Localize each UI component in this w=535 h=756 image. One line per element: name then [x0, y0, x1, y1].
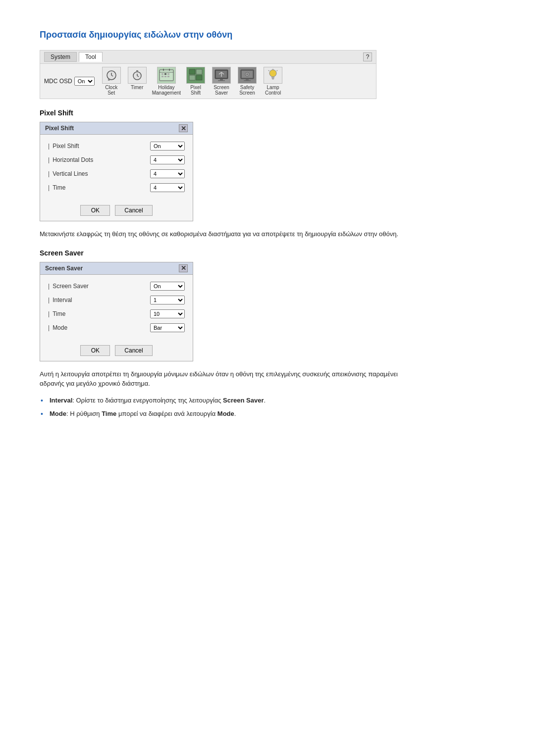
pixel-shift-icon — [186, 67, 205, 84]
pixel-shift-row-3: Time 4123 — [48, 183, 185, 192]
pixel-shift-cancel-button[interactable]: Cancel — [115, 205, 152, 216]
svg-rect-35 — [272, 79, 274, 80]
toolbar-icon-holiday[interactable]: Holiday Management — [152, 67, 181, 96]
svg-rect-12 — [161, 76, 163, 77]
timer-icon — [128, 67, 147, 84]
toolbar-help-button[interactable]: ? — [363, 52, 372, 61]
screen-saver-close-button[interactable]: ✕ — [179, 264, 188, 272]
pixel-shift-dialog: Pixel Shift ✕ Pixel Shift OnOff Horizont… — [40, 122, 193, 221]
pixel-shift-select-2[interactable]: 4123 — [150, 169, 185, 178]
bullet-interval-bold1: Interval — [50, 397, 72, 404]
svg-rect-17 — [189, 69, 195, 74]
screen-saver-select-1[interactable]: 12510 — [150, 296, 185, 304]
svg-rect-24 — [218, 80, 225, 81]
mdc-osd-control: MDC OSD On Off — [44, 77, 95, 86]
pixel-shift-row-2: Vertical Lines 4123 — [48, 169, 185, 178]
svg-rect-13 — [164, 76, 166, 77]
lamp-control-label-line2: Control — [265, 90, 281, 96]
tab-system[interactable]: System — [44, 52, 77, 62]
screen-saver-cancel-button[interactable]: Cancel — [115, 345, 152, 356]
toolbar-icon-clock-set[interactable]: Clock Set — [101, 67, 122, 96]
bullet-interval-text1: : Ορίστε το διάστημα ενεργοποίησης της λ… — [72, 397, 223, 404]
screen-saver-label-line2: Saver — [215, 90, 228, 96]
screen-saver-select-2[interactable]: 1051530 — [150, 309, 185, 318]
pixel-shift-label-line1: Pixel — [190, 85, 201, 90]
pixel-shift-dialog-footer: OK Cancel — [40, 201, 193, 221]
pixel-shift-label-3: Time — [48, 184, 150, 191]
screen-saver-label-1: Interval — [48, 297, 150, 303]
svg-rect-19 — [189, 75, 195, 80]
svg-line-38 — [277, 70, 278, 71]
safety-screen-label-line2: Screen — [239, 90, 255, 96]
screen-saver-row-2: Time 1051530 — [48, 309, 185, 318]
svg-rect-28 — [246, 79, 249, 80]
screen-saver-select-3[interactable]: BarEraserPixel — [150, 323, 185, 332]
toolbar-body: MDC OSD On Off Clock Set — [40, 64, 376, 99]
svg-rect-23 — [220, 79, 223, 80]
screen-saver-ok-button[interactable]: OK — [80, 345, 110, 356]
pixel-shift-description: Μετακινήστε ελαφρώς τη θέση της οθόνης σ… — [40, 229, 411, 239]
pixel-shift-row-0: Pixel Shift OnOff — [48, 142, 185, 151]
svg-rect-20 — [196, 75, 202, 80]
clock-set-label-line1: Clock — [105, 85, 117, 90]
pixel-shift-row-1: Horizontal Dots 4123 — [48, 155, 185, 164]
svg-rect-33 — [271, 77, 274, 78]
bullet-mode-bold3: Mode — [217, 410, 234, 417]
toolbar-tabs: System Tool — [44, 52, 103, 62]
clock-set-label-line2: Set — [107, 90, 115, 96]
pixel-shift-label-line2: Shift — [191, 90, 201, 96]
pixel-shift-select-0[interactable]: OnOff — [150, 142, 185, 151]
lamp-control-icon — [264, 67, 282, 84]
timer-label: Timer — [131, 85, 143, 90]
bullet-mode-bold1: Mode — [50, 410, 66, 417]
pixel-shift-dialog-body: Pixel Shift OnOff Horizontal Dots 4123 V… — [40, 135, 193, 201]
tab-tool[interactable]: Tool — [79, 52, 103, 62]
pixel-shift-label-2: Vertical Lines — [48, 170, 150, 177]
bullet-item-interval: Interval: Ορίστε το διάστημα ενεργοποίησ… — [40, 396, 411, 405]
toolbar-icon-safety-screen[interactable]: Safety Screen — [236, 67, 258, 96]
svg-rect-18 — [196, 69, 202, 74]
svg-rect-14 — [167, 76, 169, 77]
svg-rect-34 — [272, 78, 274, 79]
screen-saver-section-title: Screen Saver — [40, 249, 495, 257]
holiday-label-line1: Holiday — [158, 85, 174, 90]
toolbar-icon-screen-saver[interactable]: Screen Saver — [211, 67, 232, 96]
bullet-item-mode: Mode: Η ρύθμιση Time μπορεί να διαφέρει … — [40, 409, 411, 419]
safety-screen-label-line1: Safety — [240, 85, 254, 90]
page-title: Προστασία δημιουργίας ειδώλων στην οθόνη — [40, 30, 495, 40]
toolbar-icon-pixel-shift[interactable]: Pixel Shift — [185, 67, 207, 96]
screen-saver-icon — [212, 67, 231, 84]
screen-saver-select-0[interactable]: OnOff — [150, 282, 185, 291]
screen-saver-row-3: Mode BarEraserPixel — [48, 323, 185, 332]
mdc-osd-label: MDC OSD — [44, 78, 72, 85]
pixel-shift-select-3[interactable]: 4123 — [150, 183, 185, 192]
svg-point-32 — [269, 70, 276, 77]
pixel-shift-close-button[interactable]: ✕ — [179, 124, 188, 132]
pixel-shift-label-0: Pixel Shift — [48, 143, 150, 150]
svg-rect-10 — [164, 73, 166, 75]
toolbar-icon-lamp-control[interactable]: Lamp Control — [262, 67, 284, 96]
screen-saver-label-2: Time — [48, 310, 150, 317]
pixel-shift-dialog-title: Pixel Shift — [45, 125, 74, 132]
toolbar-icons: Clock Set Timer — [101, 67, 284, 96]
screen-saver-dialog-body: Screen Saver OnOff Interval 12510 Time 1… — [40, 275, 193, 341]
pixel-shift-section-title: Pixel Shift — [40, 109, 495, 117]
screen-saver-dialog-header: Screen Saver ✕ — [40, 262, 193, 275]
screen-saver-label-line1: Screen — [214, 85, 229, 90]
bullet-interval-end: . — [264, 397, 266, 404]
bullet-mode-end: . — [234, 410, 236, 417]
screen-saver-dialog: Screen Saver ✕ Screen Saver OnOff Interv… — [40, 262, 193, 361]
pixel-shift-ok-button[interactable]: OK — [80, 205, 110, 216]
mdc-osd-select[interactable]: On Off — [74, 77, 95, 86]
toolbar-icon-timer[interactable]: Timer — [126, 67, 148, 90]
toolbar-top: System Tool ? — [40, 50, 376, 64]
svg-rect-9 — [161, 73, 163, 75]
screen-saver-description: Αυτή η λειτουργία αποτρέπει τη δημιουργί… — [40, 369, 411, 389]
holiday-label-line2: Management — [152, 90, 181, 96]
bullet-mode-text2: μπορεί να διαφέρει ανά λειτουργία — [116, 410, 217, 417]
bullet-interval-bold2: Screen Saver — [223, 397, 264, 404]
bullet-mode-bold2: Time — [102, 410, 116, 417]
svg-rect-29 — [244, 80, 251, 81]
pixel-shift-select-1[interactable]: 4123 — [150, 155, 185, 164]
screen-saver-row-1: Interval 12510 — [48, 296, 185, 304]
